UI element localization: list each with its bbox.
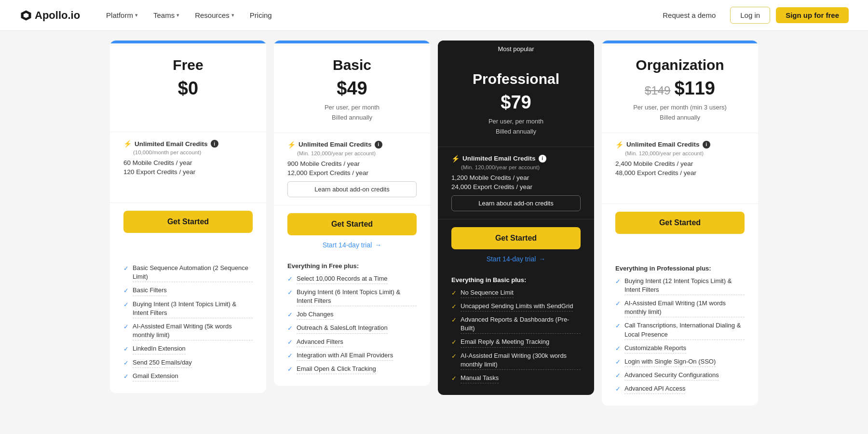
mobile-credits-row: 900 Mobile Credits / year bbox=[287, 160, 417, 167]
feature-text: AI-Assisted Email Writing (300k words mo… bbox=[461, 352, 581, 370]
trial-link-professional[interactable]: Start 14-day trial → bbox=[451, 255, 581, 263]
feature-item-professional-0: ✓ No Sequence Limit bbox=[451, 288, 581, 298]
info-icon[interactable]: i bbox=[211, 140, 218, 148]
feature-item-basic-4: ✓ Advanced Filters bbox=[287, 338, 417, 347]
plan-card-basic: Basic$49Per user, per monthBilled annual… bbox=[274, 41, 430, 386]
platform-chevron-icon: ▾ bbox=[135, 12, 138, 18]
feature-text: Outreach & SalesLoft Integration bbox=[297, 324, 388, 333]
logo-text: Apollo.io bbox=[35, 9, 80, 22]
feature-item-free-4: ✓ LinkedIn Extension bbox=[123, 344, 253, 354]
price-main-basic: $49 bbox=[337, 78, 367, 99]
price-old-organization: $149 bbox=[645, 84, 670, 97]
resources-chevron-icon: ▾ bbox=[231, 12, 234, 18]
plan-header-professional: Professional$79Per user, per monthBilled… bbox=[438, 57, 594, 147]
feature-item-basic-0: ✓ Select 10,000 Records at a Time bbox=[287, 274, 417, 284]
email-credits-label: Unlimited Email Credits bbox=[298, 141, 372, 148]
email-credits-row: ⚡ Unlimited Email Credits i bbox=[287, 141, 417, 149]
feature-text: Call Transcriptions, International Diali… bbox=[624, 321, 745, 339]
mobile-credits-row: 60 Mobile Credits / year bbox=[123, 159, 253, 166]
export-credits-row: 48,000 Export Credits / year bbox=[615, 169, 745, 176]
mobile-credits-row: 2,400 Mobile Credits / year bbox=[615, 160, 745, 167]
plan-billing-basic: Per user, per monthBilled annually bbox=[287, 103, 417, 123]
check-icon: ✓ bbox=[451, 338, 457, 347]
get-started-button-basic[interactable]: Get Started bbox=[287, 213, 417, 235]
feature-text: Buying Intent (3 Intent Topics Limit) & … bbox=[133, 300, 253, 318]
feature-item-basic-5: ✓ Integration with All Email Providers bbox=[287, 351, 417, 361]
feature-item-professional-5: ✓ Manual Tasks bbox=[451, 374, 581, 383]
request-demo-button[interactable]: Request a demo bbox=[654, 7, 724, 23]
feature-item-professional-3: ✓ Email Reply & Meeting Tracking bbox=[451, 338, 581, 347]
export-credits-row: 12,000 Export Credits / year bbox=[287, 169, 417, 176]
features-heading-basic: Everything in Free plus: bbox=[287, 262, 417, 270]
addon-credits-button[interactable]: Learn about add-on credits bbox=[287, 181, 417, 197]
email-credits-sub: (Min. 120,000/year per account) bbox=[287, 150, 417, 156]
plan-credits-free: ⚡ Unlimited Email Credits i (10,000/mont… bbox=[110, 132, 266, 203]
signup-button[interactable]: Sign up for free bbox=[776, 7, 849, 23]
feature-item-organization-5: ✓ Advanced Security Configurations bbox=[615, 371, 745, 380]
price-main-free: $0 bbox=[178, 78, 198, 99]
export-credits-row: 24,000 Export Credits / year bbox=[451, 183, 581, 190]
get-started-button-free[interactable]: Get Started bbox=[123, 211, 253, 233]
features-heading-organization: Everything in Professional plus: bbox=[615, 265, 745, 272]
check-icon: ✓ bbox=[615, 385, 621, 393]
check-icon: ✓ bbox=[615, 322, 621, 330]
feature-text: Select 10,000 Records at a Time bbox=[297, 274, 388, 284]
get-started-button-professional[interactable]: Get Started bbox=[451, 227, 581, 249]
logo[interactable]: Apollo.io bbox=[19, 9, 80, 22]
info-icon[interactable]: i bbox=[539, 155, 546, 163]
check-icon: ✓ bbox=[615, 344, 621, 353]
check-icon: ✓ bbox=[123, 286, 129, 295]
feature-text: Uncapped Sending Limits with SendGrid bbox=[461, 302, 573, 312]
plan-price-row-professional: $79 bbox=[451, 92, 581, 113]
feature-text: Advanced API Access bbox=[624, 384, 685, 394]
nav-resources[interactable]: Resources ▾ bbox=[188, 7, 241, 23]
plan-cta-basic: Get Started Start 14-day trial → bbox=[274, 205, 430, 255]
nav-platform[interactable]: Platform ▾ bbox=[99, 7, 145, 23]
plan-header-basic: Basic$49Per user, per monthBilled annual… bbox=[274, 43, 430, 133]
info-icon[interactable]: i bbox=[703, 141, 710, 149]
bolt-icon: ⚡ bbox=[615, 141, 624, 149]
feature-text: Basic Sequence Automation (2 Sequence Li… bbox=[133, 264, 253, 282]
nav-links: Platform ▾ Teams ▾ Resources ▾ Pricing bbox=[99, 7, 654, 23]
plan-name-professional: Professional bbox=[451, 71, 581, 87]
check-icon: ✓ bbox=[123, 372, 129, 381]
feature-item-organization-0: ✓ Buying Intent (12 Intent Topics Limit)… bbox=[615, 277, 745, 295]
plan-features-free: ✓ Basic Sequence Automation (2 Sequence … bbox=[110, 256, 266, 393]
feature-item-free-5: ✓ Send 250 Emails/day bbox=[123, 358, 253, 368]
trial-link-basic[interactable]: Start 14-day trial → bbox=[287, 241, 417, 249]
email-credits-label: Unlimited Email Credits bbox=[462, 155, 536, 162]
feature-item-free-1: ✓ Basic Filters bbox=[123, 286, 253, 296]
email-credits-row: ⚡ Unlimited Email Credits i bbox=[123, 140, 253, 148]
plan-cta-free: Get Started bbox=[110, 203, 266, 256]
addon-credits-button[interactable]: Learn about add-on credits bbox=[451, 195, 581, 211]
plans-grid: Free$0 ⚡ Unlimited Email Credits i (10,0… bbox=[106, 41, 762, 406]
info-icon[interactable]: i bbox=[375, 141, 382, 149]
check-icon: ✓ bbox=[451, 302, 457, 311]
feature-item-organization-4: ✓ Login with Single Sign-On (SSO) bbox=[615, 357, 745, 367]
plan-header-organization: Organization$149$119Per user, per month … bbox=[602, 43, 758, 133]
login-button[interactable]: Log in bbox=[730, 7, 770, 24]
nav-teams[interactable]: Teams ▾ bbox=[147, 7, 186, 23]
price-main-professional: $79 bbox=[501, 92, 531, 113]
popular-badge: Most popular bbox=[438, 41, 594, 57]
check-icon: ✓ bbox=[287, 288, 293, 297]
feature-text: Customizable Reports bbox=[624, 344, 686, 353]
feature-item-organization-2: ✓ Call Transcriptions, International Dia… bbox=[615, 321, 745, 339]
plan-card-free: Free$0 ⚡ Unlimited Email Credits i (10,0… bbox=[110, 41, 266, 393]
check-icon: ✓ bbox=[287, 352, 293, 360]
get-started-button-organization[interactable]: Get Started bbox=[615, 212, 745, 234]
email-credits-label: Unlimited Email Credits bbox=[135, 140, 208, 148]
check-icon: ✓ bbox=[123, 264, 129, 273]
email-credits-sub: (Min. 120,000/year per account) bbox=[451, 164, 581, 170]
plan-name-organization: Organization bbox=[615, 57, 745, 73]
email-credits-row: ⚡ Unlimited Email Credits i bbox=[451, 155, 581, 163]
plan-cta-organization: Get Started bbox=[602, 204, 758, 257]
feature-text: Buying Intent (12 Intent Topics Limit) &… bbox=[624, 277, 745, 295]
email-credits-sub: (Min. 120,000/year per account) bbox=[615, 150, 745, 156]
plan-credits-professional: ⚡ Unlimited Email Credits i (Min. 120,00… bbox=[438, 147, 594, 219]
feature-text: Login with Single Sign-On (SSO) bbox=[624, 357, 716, 367]
nav-pricing[interactable]: Pricing bbox=[243, 7, 279, 23]
feature-item-basic-2: ✓ Job Changes bbox=[287, 310, 417, 320]
check-icon: ✓ bbox=[287, 365, 293, 374]
feature-text: Advanced Reports & Dashboards (Pre-Built… bbox=[461, 315, 581, 334]
